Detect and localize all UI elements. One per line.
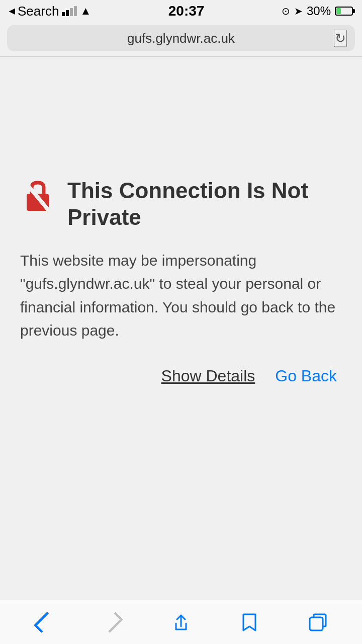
share-icon [170,611,192,633]
back-chevron-icon: ◂ [9,5,15,18]
error-header: This Connection Is Not Private [20,178,342,231]
error-body: This website may be impersonating "gufs.… [20,249,342,343]
broken-lock-icon [20,180,55,215]
error-actions: Show Details Go Back [20,367,342,385]
signal-icon [62,6,77,16]
tabs-icon [307,611,329,633]
status-bar: ◂ Search ▲ 20:37 ⊙ ➤ 30% [0,0,362,22]
error-title: This Connection Is Not Private [67,178,342,231]
address-bar[interactable]: gufs.glyndwr.ac.uk ↻ [7,25,355,51]
forward-icon [102,611,123,632]
reload-button[interactable]: ↻ [334,30,347,47]
bookmarks-icon [238,611,260,633]
battery-icon [335,7,353,16]
gps-icon: ➤ [294,5,303,17]
bottom-toolbar [0,600,362,644]
forward-button[interactable] [98,607,128,637]
status-left: ◂ Search ▲ [9,4,91,19]
show-details-button[interactable]: Show Details [161,367,255,385]
url-text: gufs.glyndwr.ac.uk [127,31,235,46]
svg-rect-4 [310,617,323,630]
main-content: This Connection Is Not Private This webs… [0,57,362,600]
back-label[interactable]: Search [18,4,59,19]
status-time: 20:37 [168,3,205,19]
address-bar-container: gufs.glyndwr.ac.uk ↻ [0,22,362,56]
status-right: ⊙ ➤ 30% [282,4,353,18]
go-back-button[interactable]: Go Back [275,367,337,385]
back-icon [34,611,55,632]
share-button[interactable] [166,607,196,637]
battery-percent: 30% [307,4,331,18]
error-section: This Connection Is Not Private This webs… [20,178,342,385]
bookmarks-button[interactable] [234,607,264,637]
back-button[interactable] [29,607,59,637]
location-icon: ⊙ [282,5,290,17]
tabs-button[interactable] [303,607,333,637]
wifi-icon: ▲ [80,5,91,18]
